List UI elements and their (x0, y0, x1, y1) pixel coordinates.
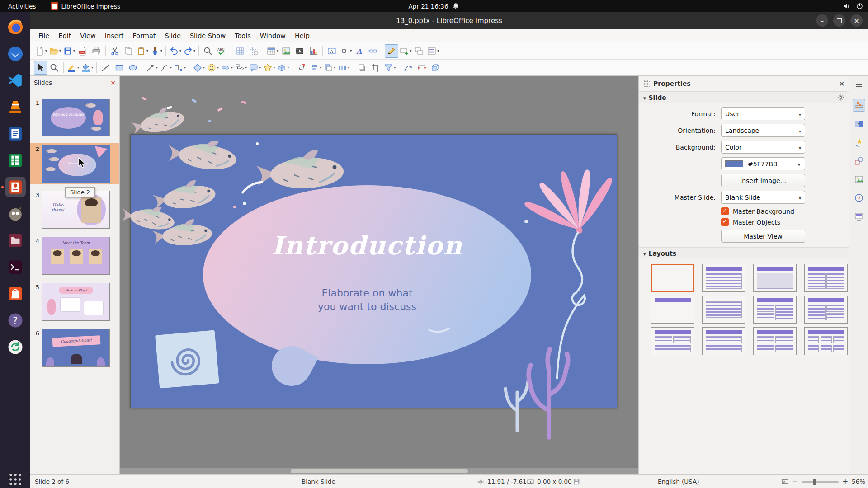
slide-layout-button[interactable] (426, 44, 440, 58)
slide-thumbnail-1[interactable]: 1 Mystery Pictures (30, 97, 119, 138)
maximize-button[interactable] (833, 14, 845, 27)
document-modified-indicator[interactable] (573, 475, 580, 488)
layout-title-content[interactable] (702, 264, 745, 292)
edit-canvas[interactable]: Introduction Elaborate on what you want … (120, 76, 657, 474)
tab-master-slides[interactable] (853, 210, 865, 223)
slide-6-thumb[interactable]: Congratulations! (42, 329, 110, 367)
window-titlebar[interactable]: 13_0.pptx - LibreOffice Impress (30, 12, 868, 29)
spelling-button[interactable]: ABC (215, 44, 228, 58)
horizontal-scrollbar[interactable] (120, 468, 651, 474)
3d-objects-button[interactable] (276, 61, 290, 75)
activities-button[interactable]: Activities (0, 0, 44, 12)
dock-item-gimp[interactable] (5, 203, 26, 224)
edit-points-button[interactable] (401, 61, 415, 75)
dock-item-vscode[interactable] (5, 70, 26, 91)
menu-window[interactable]: Window (255, 29, 290, 42)
current-slide[interactable]: Introduction Elaborate on what you want … (130, 134, 617, 408)
tab-properties[interactable] (853, 99, 865, 112)
export-pdf-button[interactable]: PDF (76, 44, 90, 58)
display-grid-button[interactable] (233, 44, 247, 58)
color-dropdown-button[interactable] (793, 158, 805, 170)
rotate-button[interactable] (295, 61, 308, 75)
ellipse-button[interactable] (126, 61, 140, 75)
slide-5-thumb[interactable]: How to Play! (42, 283, 110, 321)
layout-two-content-left-one-right[interactable] (753, 296, 797, 324)
undo-button[interactable] (168, 44, 182, 58)
gluepoints-button[interactable] (415, 61, 429, 75)
master-objects-checkbox[interactable] (721, 218, 729, 226)
master-view-button[interactable]: Master View (721, 230, 805, 243)
find-replace-button[interactable] (201, 44, 215, 58)
close-button[interactable] (850, 14, 863, 27)
align-button[interactable] (308, 61, 322, 75)
stars-banners-button[interactable] (262, 61, 276, 75)
zoom-slider[interactable] (802, 481, 839, 483)
toggle-extrusion-button[interactable] (429, 61, 442, 75)
select-button[interactable] (34, 61, 47, 75)
status-language[interactable]: English (USA) (658, 475, 699, 488)
menu-insert[interactable]: Insert (100, 29, 128, 42)
zoom-slider-thumb[interactable] (813, 479, 816, 485)
tab-shapes[interactable] (853, 155, 865, 167)
dock-item-terminal[interactable] (5, 257, 26, 277)
insert-table-button[interactable] (265, 44, 279, 58)
dock-item-calc[interactable] (5, 150, 26, 171)
speech-bubble-shape[interactable] (203, 185, 531, 364)
line-color-button[interactable] (66, 61, 80, 75)
master-objects-checkbox-row[interactable]: Master Objects (721, 218, 849, 226)
focused-app-menu[interactable]: LibreOffice Impress (44, 2, 127, 10)
layout-title-two-content[interactable] (804, 264, 848, 292)
distribute-button[interactable] (336, 61, 350, 75)
slide-title-text[interactable]: Introduction (203, 230, 531, 260)
menu-format[interactable]: Format (128, 29, 160, 42)
slide-1-thumb[interactable]: Mystery Pictures (42, 99, 110, 136)
lines-arrows-button[interactable] (145, 61, 159, 75)
orientation-select[interactable]: Landscape (721, 124, 805, 137)
background-select[interactable]: Color (721, 141, 805, 154)
format-select[interactable]: User (721, 107, 805, 120)
insert-line-button[interactable] (99, 61, 113, 75)
fit-slide-icon[interactable] (781, 478, 789, 486)
menu-file[interactable]: File (34, 29, 54, 42)
fill-color-button[interactable] (80, 61, 94, 75)
dock-item-writer[interactable] (5, 123, 26, 144)
insert-image-button[interactable] (279, 44, 293, 58)
block-arrows-button[interactable] (220, 61, 234, 75)
slide-thumbnail-4[interactable]: 4 Meet the Team (30, 235, 119, 277)
tab-gallery[interactable] (853, 173, 865, 186)
dock-item-firefox[interactable] (5, 17, 26, 38)
layout-four-content[interactable] (753, 327, 797, 355)
minimize-button[interactable] (816, 14, 828, 27)
sidebar-settings-menu[interactable] (853, 80, 865, 93)
master-background-checkbox[interactable] (721, 207, 729, 215)
show-draw-functions-button[interactable] (385, 44, 398, 58)
layout-blank[interactable] (651, 264, 694, 292)
redo-button[interactable] (182, 44, 196, 58)
slide-body-line1[interactable]: Elaborate on what (203, 287, 531, 299)
arrange-button[interactable] (322, 61, 336, 75)
basic-shapes-button[interactable] (192, 61, 206, 75)
layout-content-over-content[interactable] (702, 327, 745, 355)
connectors-button[interactable] (173, 61, 187, 75)
cut-button[interactable] (108, 44, 122, 58)
layout-title-only[interactable] (651, 296, 694, 324)
clock-menu[interactable]: Apr 21 16:36 (408, 2, 459, 10)
crop-button[interactable] (369, 61, 382, 75)
menu-edit[interactable]: Edit (54, 29, 75, 42)
slide-thumbnail-6[interactable]: 6 Congratulations! (30, 327, 119, 369)
layout-title-content-box[interactable] (753, 264, 797, 292)
menu-tools[interactable]: Tools (230, 29, 255, 42)
panel-grip-icon[interactable] (643, 80, 650, 87)
symbol-shapes-button[interactable] (206, 61, 220, 75)
tab-animation[interactable] (853, 136, 865, 149)
clone-formatting-button[interactable] (149, 44, 163, 58)
show-applications-button[interactable] (9, 474, 21, 485)
print-button[interactable] (90, 44, 103, 58)
tab-slide-transition[interactable] (853, 117, 865, 130)
slide-body-line2[interactable]: you want to discuss (203, 301, 531, 312)
duplicate-slide-button[interactable] (412, 44, 426, 58)
slide-section-header[interactable]: Slide (639, 91, 849, 103)
dock-item-thunderbird[interactable] (5, 43, 26, 64)
zoom-out-button[interactable] (793, 478, 798, 486)
slide-4-thumb[interactable]: Meet the Team (42, 237, 110, 275)
